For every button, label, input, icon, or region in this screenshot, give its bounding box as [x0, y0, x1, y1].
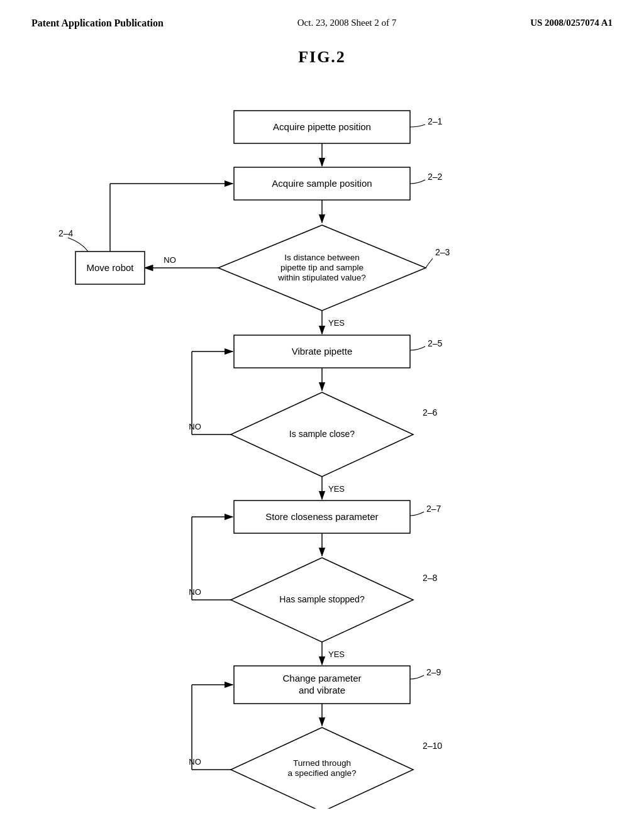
node-2-6-label: Is sample close?: [289, 429, 355, 439]
node-2-3-ref-line: [426, 258, 433, 268]
node-2-5-ref-line: [410, 346, 425, 350]
node-2-5-ref: 2–5: [428, 338, 443, 348]
node-2-2-label: Acquire sample position: [272, 178, 372, 189]
node-2-8-label: Has sample stopped?: [279, 594, 365, 604]
header-center: Oct. 23, 2008 Sheet 2 of 7: [297, 18, 396, 28]
yes-label-6: YES: [328, 484, 345, 494]
node-2-2-ref-line: [410, 180, 425, 184]
node-2-4-label: Move robot: [86, 262, 134, 273]
node-2-3-line1: Is distance between: [284, 253, 359, 262]
node-2-7-ref: 2–7: [426, 504, 441, 514]
node-2-10-line1: Turned through: [293, 758, 351, 768]
figure-title: FIG.2: [0, 48, 644, 67]
node-2-9-line1: Change parameter: [282, 673, 361, 683]
no-label-3: NO: [164, 255, 176, 265]
node-2-1-label: Acquire pipette position: [273, 121, 371, 132]
node-2-3-line3: within stipulated value?: [277, 273, 366, 282]
node-2-6-ref: 2–6: [423, 407, 438, 418]
no-label-8: NO: [189, 587, 201, 597]
node-2-5-label: Vibrate pipette: [292, 346, 352, 357]
node-2-9-ref: 2–9: [426, 667, 441, 677]
node-2-7-ref-line: [410, 512, 424, 516]
node-2-2-ref: 2–2: [428, 172, 443, 182]
node-2-10-ref: 2–10: [423, 741, 442, 751]
node-2-7-label: Store closeness parameter: [265, 511, 378, 522]
node-2-4-ref: 2–4: [58, 228, 74, 238]
yes-label-3: YES: [328, 318, 345, 328]
node-2-4-ref-line: [68, 238, 88, 252]
node-2-3-ref: 2–3: [435, 247, 450, 257]
header-right: US 2008/0257074 A1: [530, 18, 613, 28]
node-2-10-line2: a specified angle?: [288, 768, 357, 778]
node-2-9-line2: and vibrate: [299, 685, 345, 695]
node-2-9-ref-line: [410, 675, 424, 679]
diagram-container: Acquire pipette position 2–1 Acquire sam…: [0, 73, 644, 809]
flowchart-svg: Acquire pipette position 2–1 Acquire sam…: [0, 73, 644, 809]
page-header: Patent Application Publication Oct. 23, …: [0, 0, 644, 29]
no-label-10: NO: [189, 757, 201, 766]
node-2-1-ref: 2–1: [428, 116, 443, 126]
header-left: Patent Application Publication: [31, 18, 164, 29]
node-2-3-line2: pipette tip and sample: [280, 263, 364, 272]
node-2-8-ref: 2–8: [423, 573, 438, 583]
node-2-1-ref-line: [410, 124, 425, 127]
yes-label-8: YES: [328, 650, 345, 659]
no-label-6: NO: [189, 422, 201, 431]
